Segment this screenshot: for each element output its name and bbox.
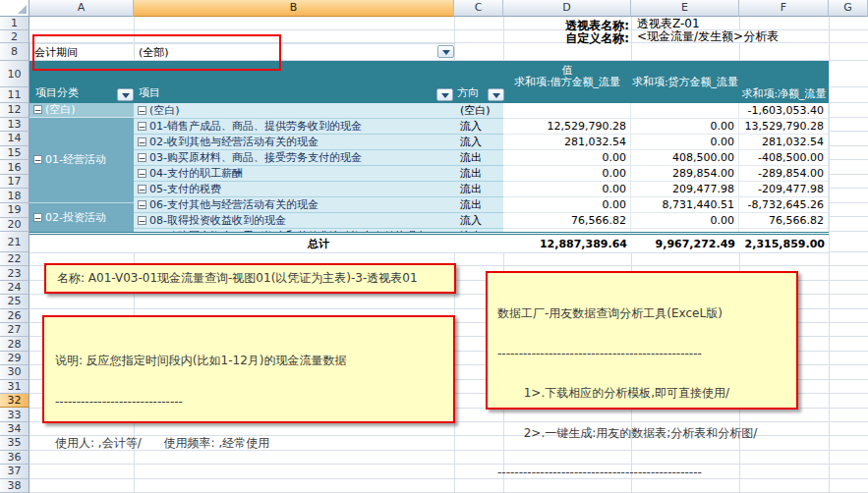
direction-cell[interactable]: 流入 [454, 135, 503, 150]
header-credit[interactable]: 求和项:贷方金额_流量 [631, 76, 739, 88]
net-cell[interactable]: -289,854.00 [739, 166, 829, 182]
item-cell[interactable]: 04-支付的职工薪酬 [134, 166, 454, 182]
row-header[interactable]: 1 [0, 17, 29, 30]
column-header-e[interactable]: E [631, 0, 739, 17]
credit-cell[interactable]: 0.00 [631, 213, 739, 229]
collapse-icon[interactable] [138, 216, 146, 225]
net-cell[interactable]: 13,529,790.28 [739, 119, 829, 135]
collapse-icon[interactable] [138, 200, 146, 209]
item-cell[interactable]: 01-销售产成品、商品、提供劳务收到的现金 [134, 119, 454, 135]
debit-cell[interactable]: 12,529,790.28 [503, 119, 631, 135]
note-box-description[interactable]: 说明: 反应您指定时间段内(比如1-12月)的现金流量数据 ----------… [42, 315, 455, 423]
row-header[interactable]: 13 [0, 118, 29, 133]
credit-cell[interactable]: 8,731,440.51 [631, 197, 739, 213]
note-box-name[interactable]: 名称: A01-V03-01现金流量查询-视图01(以凭证为主表)-3-透视表0… [44, 263, 456, 294]
header-item[interactable]: 项目 [139, 85, 160, 100]
column-header-b[interactable]: B [134, 0, 454, 17]
row-header[interactable]: 26 [0, 309, 29, 323]
debit-cell[interactable]: 0.00 [503, 197, 631, 213]
column-header-a[interactable]: A [29, 0, 134, 17]
credit-cell[interactable]: 289,854.00 [631, 166, 739, 182]
direction-dropdown-button[interactable] [488, 88, 504, 101]
credit-cell[interactable]: 408,500.00 [631, 150, 739, 166]
item-cell[interactable]: 05-支付的税费 [134, 182, 454, 197]
total-debit-cell[interactable]: 12,887,389.64 [503, 238, 631, 250]
collapse-icon[interactable] [138, 153, 146, 162]
item-cell[interactable]: 03-购买原材料、商品、接受劳务支付的现金 [134, 150, 454, 166]
row-header[interactable]: 33 [0, 408, 29, 421]
credit-cell[interactable]: 0.00 [631, 119, 739, 135]
direction-cell[interactable]: (空白) [454, 103, 503, 119]
direction-cell[interactable]: 流入 [454, 119, 503, 135]
debit-cell[interactable]: 281,032.54 [503, 135, 631, 150]
row-header[interactable]: 15 [0, 146, 29, 161]
group-cell-investing[interactable]: 02-投资活动 [29, 203, 134, 232]
row-header[interactable]: 20 [0, 218, 29, 233]
credit-cell[interactable] [631, 103, 739, 119]
row-header[interactable]: 37 [0, 465, 29, 478]
header-debit[interactable]: 求和项:借方金额_流量 [503, 76, 631, 88]
row-header[interactable]: 22 [0, 252, 29, 266]
row-header[interactable]: 38 [0, 479, 29, 493]
net-cell[interactable]: -1,603,053.40 [739, 103, 829, 119]
debit-cell[interactable] [503, 103, 631, 119]
collapse-icon[interactable] [138, 169, 146, 178]
debit-cell[interactable]: 0.00 [503, 166, 631, 182]
net-cell[interactable]: -8,732,645.26 [739, 197, 829, 213]
category-dropdown-button[interactable] [117, 88, 134, 101]
debit-cell[interactable]: 76,566.82 [503, 213, 631, 229]
total-net-cell[interactable]: 2,315,859.00 [739, 238, 829, 250]
item-dropdown-button[interactable] [436, 88, 453, 101]
row-header[interactable]: 11 [0, 87, 29, 103]
collapse-icon[interactable] [138, 122, 146, 131]
collapse-icon[interactable] [33, 213, 42, 222]
net-cell[interactable]: 76,566.82 [739, 213, 829, 229]
total-credit-cell[interactable]: 9,967,272.49 [631, 238, 739, 250]
direction-cell[interactable]: 流出 [454, 150, 503, 166]
credit-cell[interactable]: 209,477.98 [631, 182, 739, 197]
item-cell[interactable]: 02-收到其他与经营活动有关的现金 [134, 135, 454, 150]
header-category[interactable]: 项目分类 [35, 85, 79, 100]
collapse-icon[interactable] [138, 106, 146, 115]
item-cell[interactable]: 06-支付其他与经营活动有关的现金 [134, 197, 454, 213]
direction-cell[interactable]: 流出 [454, 197, 503, 213]
row-header[interactable]: 8 [0, 43, 29, 61]
credit-cell[interactable]: 0.00 [631, 135, 739, 150]
row-header[interactable]: 24 [0, 281, 29, 295]
item-cell[interactable]: 08-取得投资收益收到的现金 [134, 213, 454, 229]
pivot-name-value[interactable]: 透视表Z-01 [635, 18, 702, 29]
column-header-c[interactable]: C [454, 0, 503, 17]
select-all-corner[interactable] [0, 0, 29, 17]
row-header[interactable]: 14 [0, 132, 29, 146]
collapse-icon[interactable] [33, 105, 42, 114]
debit-cell[interactable]: 0.00 [503, 182, 631, 197]
row-header[interactable]: 31 [0, 380, 29, 394]
row-header[interactable]: 19 [0, 203, 29, 218]
note-box-tool-info[interactable]: 数据工厂-用友数据查询分析工具(ExceL版) ----------------… [486, 271, 798, 410]
row-header[interactable]: 23 [0, 266, 29, 280]
group-cell-operating[interactable]: 01-经营活动 [29, 118, 134, 204]
direction-cell[interactable]: 流入 [454, 213, 503, 229]
header-net[interactable]: 求和项:净额_流量 [739, 86, 829, 101]
column-header-d[interactable]: D [503, 0, 631, 17]
row-header[interactable]: 35 [0, 436, 29, 450]
collapse-icon[interactable] [33, 155, 42, 164]
total-label[interactable]: 总计 [134, 237, 503, 251]
debit-cell[interactable]: 0.00 [503, 150, 631, 166]
column-header-g[interactable]: G [829, 0, 868, 17]
row-header[interactable]: 2 [0, 30, 29, 43]
custom-name-value[interactable]: <现金流量/发生额>分析表 [635, 30, 781, 42]
direction-cell[interactable]: 流出 [454, 182, 503, 197]
row-header[interactable]: 12 [0, 103, 29, 118]
collapse-icon[interactable] [138, 185, 146, 193]
column-header-f[interactable]: F [739, 0, 829, 17]
item-cell[interactable]: (空白) [134, 103, 454, 119]
net-cell[interactable]: -408,500.00 [739, 150, 829, 166]
row-header[interactable]: 21 [0, 232, 29, 252]
row-header[interactable]: 17 [0, 175, 29, 190]
row-header[interactable]: 28 [0, 337, 29, 351]
row-header[interactable]: 16 [0, 160, 29, 175]
row-header[interactable]: 25 [0, 295, 29, 308]
net-cell[interactable]: 281,032.54 [739, 135, 829, 150]
direction-cell[interactable]: 流出 [454, 166, 503, 182]
